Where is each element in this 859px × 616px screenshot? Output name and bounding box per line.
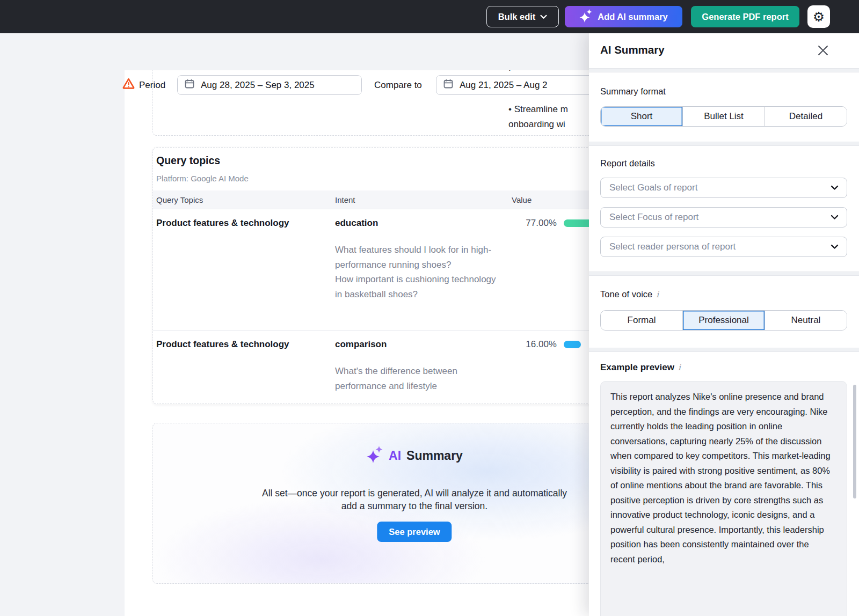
chevron-down-icon xyxy=(831,215,839,220)
close-icon[interactable] xyxy=(817,44,829,57)
ai-summary-panel: AI Summary Summary format ShortBullet Li… xyxy=(589,33,859,616)
select-goals-of-report[interactable]: Select Goals of report xyxy=(600,178,847,198)
value-percentage: 16.00% xyxy=(508,339,557,350)
example-preview-text: This report analyzes Nike's online prese… xyxy=(610,392,831,564)
chevron-down-icon xyxy=(831,185,839,190)
summary-format-segmented-control: ShortBullet ListDetailed xyxy=(600,106,847,127)
info-icon: i xyxy=(656,290,659,299)
period-label: Period xyxy=(139,80,165,91)
format-option-short[interactable]: Short xyxy=(601,107,682,126)
section-divider xyxy=(589,142,859,146)
truncated-text-line: onboarding wi xyxy=(508,117,565,132)
calendar-icon xyxy=(185,79,194,91)
column-header-intent: Intent xyxy=(332,195,508,204)
tone-option-professional[interactable]: Professional xyxy=(682,311,765,330)
top-bar: Bulk edit Add AI summary Generate PDF re… xyxy=(0,0,859,33)
select-placeholder: Select reader persona of report xyxy=(609,241,736,252)
scrollbar-thumb[interactable] xyxy=(853,385,856,498)
ai-summary-title-rest: Summary xyxy=(406,449,463,463)
sparkles-icon xyxy=(366,446,383,465)
panel-title: AI Summary xyxy=(600,43,665,56)
bulk-edit-button[interactable]: Bulk edit xyxy=(486,6,559,27)
select-placeholder: Select Focus of report xyxy=(609,212,698,223)
section-divider xyxy=(589,348,859,352)
select-placeholder: Select Goals of report xyxy=(609,182,697,193)
compare-to-label: Compare to xyxy=(374,80,422,91)
info-icon: i xyxy=(678,363,681,372)
period-date-range-value: Aug 28, 2025 – Sep 3, 2025 xyxy=(201,80,315,91)
select-reader-persona-of-report[interactable]: Select reader persona of report xyxy=(600,237,847,257)
intent-cell: educationWhat features should I look for… xyxy=(332,218,508,330)
example-preview-label: Example previewi xyxy=(600,362,681,373)
settings-gear-button[interactable]: ⚙ xyxy=(807,5,830,28)
truncated-text-line: • Streamline m xyxy=(508,102,568,117)
query-question: How important is cushioning technology i… xyxy=(335,272,503,302)
bulk-edit-label: Bulk edit xyxy=(498,12,536,22)
tone-of-voice-segmented-control: FormalProfessionalNeutral xyxy=(600,310,847,331)
query-questions: What features should I look for in high-… xyxy=(335,243,503,302)
query-question: What features should I look for in high-… xyxy=(335,243,503,272)
query-question: What's the difference between performanc… xyxy=(335,364,503,393)
report-details-label: Report details xyxy=(600,158,655,168)
see-preview-button[interactable]: See preview xyxy=(377,522,452,542)
summary-format-label: Summary format xyxy=(600,86,666,97)
add-ai-summary-label: Add AI summary xyxy=(598,12,668,22)
period-date-range-picker[interactable]: Aug 28, 2025 – Sep 3, 2025 xyxy=(177,75,362,95)
calendar-icon xyxy=(443,79,453,91)
section-divider xyxy=(589,272,859,276)
generate-pdf-report-button[interactable]: Generate PDF report xyxy=(691,6,799,27)
select-focus-of-report[interactable]: Select Focus of report xyxy=(600,207,847,228)
intent-cell: comparisonWhat's the difference between … xyxy=(332,339,508,400)
tone-option-neutral[interactable]: Neutral xyxy=(765,311,847,330)
add-ai-summary-button[interactable]: Add AI summary xyxy=(565,6,682,27)
chevron-down-icon xyxy=(831,244,839,250)
query-topic-cell: Product features & technology xyxy=(153,339,332,400)
tone-of-voice-label: Tone of voicei xyxy=(600,289,659,299)
chevron-down-icon xyxy=(540,14,547,19)
value-percentage: 77.00% xyxy=(508,218,557,229)
format-option-bullet-list[interactable]: Bullet List xyxy=(682,107,765,126)
sparkles-icon xyxy=(579,9,593,25)
gear-icon: ⚙ xyxy=(813,9,825,25)
column-header-query-topics: Query Topics xyxy=(153,195,332,204)
warning-icon xyxy=(122,78,135,91)
generate-pdf-label: Generate PDF report xyxy=(702,12,788,22)
value-bar xyxy=(564,341,581,348)
tone-option-formal[interactable]: Formal xyxy=(601,311,682,330)
example-preview-box[interactable]: This report analyzes Nike's online prese… xyxy=(600,381,847,616)
ai-summary-title-accent: AI xyxy=(389,449,401,463)
section-divider xyxy=(589,68,859,72)
query-questions: What's the difference between performanc… xyxy=(335,364,503,393)
query-topic-cell: Product features & technology xyxy=(153,218,332,330)
compare-date-range-value: Aug 21, 2025 – Aug 2 xyxy=(460,80,548,91)
format-option-detailed[interactable]: Detailed xyxy=(765,107,847,126)
